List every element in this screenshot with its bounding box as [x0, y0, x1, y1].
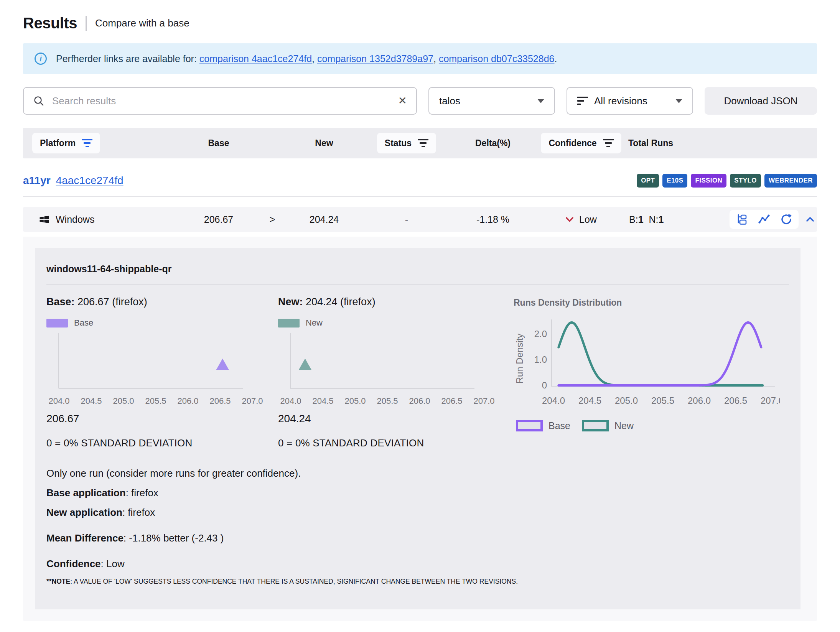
results-table-header: Platform Base New Status Delta(%) Confid…	[23, 128, 817, 158]
row-actions	[730, 210, 799, 229]
retrigger-icon[interactable]	[780, 213, 792, 225]
platform-name: Windows	[56, 214, 94, 225]
svg-text:2.0: 2.0	[534, 329, 547, 339]
chevron-down-icon	[675, 99, 682, 103]
delta-column-label: Delta(%)	[445, 138, 541, 148]
svg-text:Run Density: Run Density	[514, 334, 525, 384]
windows-icon	[39, 214, 49, 225]
revisions-selected-value: All revisions	[594, 95, 647, 107]
new-mini-legend: New	[278, 318, 511, 328]
suite-divider	[23, 196, 817, 197]
new-application-line: New application: firefox	[46, 507, 789, 518]
confidence-column-label: Confidence	[548, 138, 596, 148]
svg-text:206.0: 206.0	[177, 396, 198, 406]
framework-selected-value: talos	[439, 95, 460, 107]
base-value: 206.67	[173, 214, 265, 225]
svg-text:207.0: 207.0	[761, 395, 780, 406]
svg-text:206.5: 206.5	[724, 395, 747, 406]
legend-swatch	[516, 420, 543, 431]
regression-down-icon	[565, 217, 574, 222]
download-json-button[interactable]: Download JSON	[705, 87, 817, 115]
status-filter-button[interactable]: Status	[377, 133, 436, 153]
svg-text:206.0: 206.0	[688, 395, 711, 406]
status-value: -	[368, 214, 445, 225]
filter-icon	[577, 97, 588, 105]
filter-icon	[418, 139, 428, 147]
new-column-label: New	[280, 138, 368, 148]
confidence-value: Low	[579, 214, 597, 225]
suite-row: a11yr 4aac1ce274fd OPTE10SFISSIONSTYLOWE…	[23, 174, 817, 188]
density-legend-item: Base	[516, 420, 570, 431]
platform-comparison-row: Windows 206.67 > 204.24 - -1.18 % Low B:…	[23, 207, 817, 232]
suite-name-link[interactable]: a11yr	[23, 174, 51, 187]
suite-revision-link[interactable]: 4aac1ce274fd	[56, 174, 124, 187]
new-legend-swatch	[278, 319, 300, 328]
confidence-note: **NOTE: A VALUE OF 'LOW' SUGGESTS LESS C…	[46, 578, 789, 586]
base-legend-label: Base	[74, 318, 93, 328]
filter-icon	[603, 139, 614, 147]
runs-density-chart: 01.02.0204.0204.5205.0205.5206.0206.5207…	[511, 309, 780, 408]
expanded-detail-container: windows11-64-shippable-qr Base: 206.67 (…	[23, 237, 817, 621]
new-heading: New: 204.24 (firefox)	[278, 296, 511, 308]
suite-badges: OPTE10SFISSIONSTYLOWEBRENDER	[637, 174, 817, 188]
density-chart-title: Runs Density Distribution	[514, 298, 789, 308]
panel-divider	[46, 284, 789, 285]
svg-text:205.0: 205.0	[344, 396, 366, 406]
search-input[interactable]	[51, 95, 391, 107]
banner-prefix: Perfherder links are available for:	[56, 53, 199, 64]
results-controls: ✕ talos All revisions Download JSON	[23, 87, 817, 115]
badge-stylo: STYLO	[730, 174, 761, 188]
svg-text:205.5: 205.5	[145, 396, 166, 406]
base-column-label: Base	[173, 138, 265, 148]
runs-density-column: Runs Density Distribution 01.02.0204.020…	[511, 296, 789, 449]
banner-text: Perfherder links are available for: comp…	[56, 53, 557, 64]
svg-text:0: 0	[542, 380, 547, 390]
svg-text:207.0: 207.0	[473, 396, 494, 406]
svg-text:204.0: 204.0	[542, 395, 565, 406]
base-heading: Base: 206.67 (firefox)	[46, 296, 278, 308]
perfherder-links-banner: i Perfherder links are available for: co…	[23, 43, 817, 74]
svg-text:206.5: 206.5	[209, 396, 231, 406]
legend-label: New	[614, 420, 634, 431]
badge-e10s: E10S	[662, 174, 687, 188]
new-distribution-column: New: 204.24 (firefox) New 204.0204.5205.…	[278, 296, 511, 449]
search-box[interactable]: ✕	[23, 87, 417, 115]
base-mini-legend: Base	[46, 318, 278, 328]
platform-column-label: Platform	[40, 138, 76, 148]
base-legend-swatch	[46, 319, 68, 328]
search-icon	[33, 95, 44, 107]
new-legend-label: New	[306, 318, 323, 328]
svg-text:204.0: 204.0	[280, 396, 301, 406]
total-runs-column-label: Total Runs	[621, 138, 698, 148]
collapse-row-icon[interactable]	[805, 216, 815, 222]
clear-search-icon[interactable]: ✕	[398, 95, 407, 106]
info-icon: i	[35, 53, 47, 65]
graph-icon[interactable]	[758, 213, 770, 225]
platform-filter-button[interactable]: Platform	[32, 133, 100, 153]
comparison-link[interactable]: comparison 4aac1ce274fd	[199, 53, 312, 64]
svg-text:204.5: 204.5	[312, 396, 333, 406]
comparison-link[interactable]: comparison db07c33528d6	[439, 53, 555, 64]
framework-select[interactable]: talos	[428, 87, 555, 115]
comparison-link[interactable]: comparison 1352d3789a97	[317, 53, 433, 64]
revisions-select[interactable]: All revisions	[567, 87, 693, 115]
svg-text:204.5: 204.5	[578, 395, 601, 406]
confidence-filter-button[interactable]: Confidence	[541, 133, 621, 153]
subtests-icon[interactable]	[736, 213, 748, 225]
confidence-line: Confidence: Low	[46, 558, 789, 570]
legend-label: Base	[548, 420, 570, 431]
svg-text:1.0: 1.0	[534, 354, 547, 365]
svg-text:205.5: 205.5	[377, 396, 398, 406]
svg-text:206.0: 206.0	[409, 396, 430, 406]
base-mean-value: 206.67	[46, 413, 278, 425]
density-legend: BaseNew	[516, 420, 789, 431]
page-subtitle: Compare with a base	[95, 17, 189, 29]
filter-icon	[82, 139, 92, 147]
page-header: Results Compare with a base	[23, 15, 817, 32]
svg-text:206.5: 206.5	[441, 396, 462, 406]
base-stddev: 0 = 0% STANDARD DEVIATION	[46, 437, 278, 449]
mean-difference-line: Mean Difference: -1.18% better (-2.43 )	[46, 532, 789, 544]
test-name: windows11-64-shippable-qr	[46, 258, 789, 284]
base-distribution-column: Base: 206.67 (firefox) Base 204.0204.520…	[46, 296, 278, 449]
legend-swatch	[582, 420, 609, 431]
